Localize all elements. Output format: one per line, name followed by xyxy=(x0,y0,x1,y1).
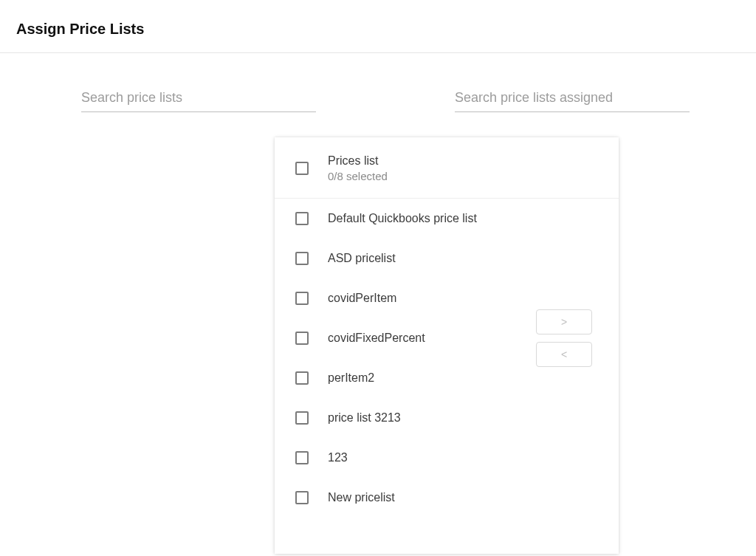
list-item[interactable]: New pricelist xyxy=(275,478,619,518)
item-checkbox[interactable] xyxy=(295,292,309,305)
item-label: price list 3213 xyxy=(328,411,401,425)
move-left-button[interactable]: < xyxy=(536,342,592,367)
list-item[interactable]: price list 3213 xyxy=(275,398,619,438)
item-checkbox[interactable] xyxy=(295,411,309,425)
search-available-input[interactable] xyxy=(81,87,316,112)
item-checkbox[interactable] xyxy=(295,252,309,265)
item-label: New pricelist xyxy=(328,491,395,504)
move-right-button[interactable]: > xyxy=(536,309,592,334)
item-checkbox[interactable] xyxy=(295,332,309,345)
item-label: covidPerItem xyxy=(328,292,396,305)
list-header-title: Prices list xyxy=(328,154,388,169)
list-item[interactable]: 123 xyxy=(275,438,619,478)
select-all-checkbox[interactable] xyxy=(295,162,309,175)
item-label: covidFixedPercent xyxy=(328,332,425,345)
list-item[interactable]: ASD pricelist xyxy=(275,238,619,278)
item-checkbox[interactable] xyxy=(295,451,309,464)
item-label: 123 xyxy=(328,451,348,464)
item-checkbox[interactable] xyxy=(295,371,309,385)
page-title: Assign Price Lists xyxy=(0,0,756,52)
search-assigned-input[interactable] xyxy=(455,87,690,112)
list-header-row[interactable]: Prices list 0/8 selected xyxy=(275,137,619,199)
list-item[interactable]: Default Quickbooks price list xyxy=(275,199,619,238)
item-label: Default Quickbooks price list xyxy=(328,212,477,225)
item-label: perItem2 xyxy=(328,371,374,385)
item-checkbox[interactable] xyxy=(295,491,309,504)
list-scroll-area[interactable]: Default Quickbooks price list ASD pricel… xyxy=(275,199,619,554)
list-header-subtitle: 0/8 selected xyxy=(328,169,388,184)
item-label: ASD pricelist xyxy=(328,252,396,265)
item-checkbox[interactable] xyxy=(295,212,309,225)
